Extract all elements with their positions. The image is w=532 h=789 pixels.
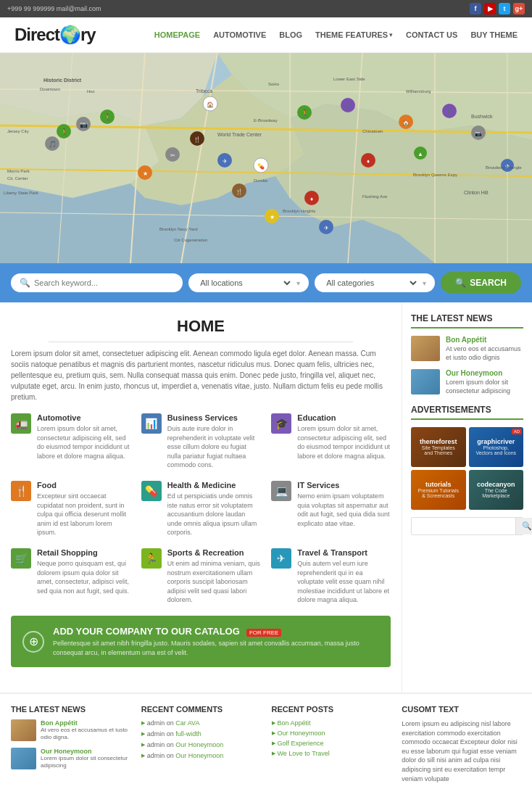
footer-comment-link-1[interactable]: full-width: [175, 730, 201, 738]
footer-recent-comments: RECENT COMMENTS admin on Car AVA admin o…: [141, 705, 261, 783]
news-title-0[interactable]: Bon Appétit: [446, 336, 523, 344]
logo[interactable]: Direct🌍ry: [14, 25, 96, 45]
ad-tutorials[interactable]: tutorials Premium Tutorials& Screencasts: [411, 470, 466, 510]
ad-tf-sub: Site Templatesand Themes: [422, 445, 455, 455]
travel-icon: ✈: [271, 548, 291, 569]
category-sports: 🏃 Sports & Recreation Ut enim ad minima …: [141, 548, 261, 605]
news-thumb-1: [411, 369, 440, 394]
footer-news-link-1[interactable]: Our Honeymoon: [41, 748, 130, 755]
svg-text:🍴: 🍴: [236, 188, 243, 195]
footer-posts-title: RECENT POSTS: [272, 705, 391, 714]
svg-text:★: ★: [143, 170, 148, 177]
twitter-icon[interactable]: t: [499, 3, 510, 15]
main-nav: HOMEPAGE AUTOMOTIVE BLOG THEME FEATURES …: [154, 30, 518, 39]
retail-icon: 🛒: [11, 548, 31, 569]
category-select[interactable]: All categories: [323, 278, 419, 288]
it-title: IT Services: [297, 481, 391, 489]
news-item-0: Bon Appétit At vero eos et accusamus et …: [411, 336, 523, 362]
education-text: Education Lorem ipsum dolor sit amet, co…: [297, 413, 391, 460]
footer-top: THE LATEST NEWS Bon Appétit At vero eos …: [0, 693, 532, 789]
svg-text:★: ★: [270, 214, 275, 220]
search-bar: 🔍 All locations ▾ All categories ▾ 🔍 SEA…: [0, 263, 532, 302]
ad-gr-title: graphicriver: [477, 438, 515, 445]
footer-news-text-0: At vero eos et accusamus et iusto odio d…: [41, 727, 130, 742]
footer-comment-link-3[interactable]: Our Honeymoon: [175, 752, 223, 759]
sports-desc: Ut enim ad minima veniam, quis nostrum e…: [167, 559, 261, 605]
svg-text:Brooklyn Heights: Brooklyn Heights: [283, 209, 315, 213]
add-banner[interactable]: ⊕ ADD YOUR COMPANY TO OUR CATALOG FOR FR…: [11, 616, 391, 667]
chevron-down-icon: ▾: [389, 31, 393, 38]
location-select-wrap: All locations ▾: [188, 273, 309, 292]
category-it: 💻 IT Services Nemo enim ipsam voluptatem…: [271, 481, 391, 537]
footer-post-1[interactable]: Our Honeymoon: [272, 730, 391, 737]
svg-text:Citi Cogeneration: Citi Cogeneration: [174, 238, 207, 242]
sidebar-search-button[interactable]: 🔍: [515, 518, 532, 534]
chevron-down-icon: ▾: [423, 279, 426, 287]
automotive-title: Automotive: [37, 413, 130, 422]
ad-themeforest[interactable]: themeforest Site Templatesand Themes: [411, 427, 466, 467]
footer-comments-title: RECENT COMMENTS: [141, 705, 261, 714]
googleplus-icon[interactable]: g+: [513, 3, 525, 15]
facebook-icon[interactable]: f: [470, 3, 481, 15]
search-icon: 🔍: [20, 278, 30, 288]
footer-news-content-0: Bon Appétit At vero eos et accusamus et …: [41, 719, 130, 742]
footer-custom-title: CUSOMT TEXT: [402, 705, 521, 714]
nav-automotive[interactable]: AUTOMOTIVE: [213, 30, 266, 39]
footer-comment-link-0[interactable]: Car AVA: [175, 719, 199, 727]
nav-homepage[interactable]: HOMEPAGE: [154, 30, 200, 39]
retail-title: Retail Shopping: [37, 548, 130, 557]
footer-post-0[interactable]: Bon Appétit: [272, 719, 391, 727]
search-icon: 🔍: [455, 278, 466, 288]
footer-recent-posts: RECENT POSTS Bon Appétit Our Honeymoon G…: [272, 705, 391, 783]
logo-globe: 🌍: [59, 25, 80, 44]
food-text: Food Excepteur sint occaecat cupidatat n…: [37, 481, 130, 537]
nav-blog[interactable]: BLOG: [279, 30, 302, 39]
svg-text:E-Broadway: E-Broadway: [254, 118, 278, 123]
ad-graphicriver[interactable]: AD graphicriver Photoshop,Vectors and Ic…: [469, 427, 524, 467]
food-desc: Excepteur sint occaecat cupidatat non pr…: [37, 492, 130, 537]
footer-post-3[interactable]: We Love to Travel: [272, 750, 391, 757]
location-select[interactable]: All locations: [197, 278, 293, 288]
add-banner-badge: FOR FREE: [246, 629, 281, 637]
svg-text:Jersey City: Jersey City: [7, 129, 29, 133]
nav-contact[interactable]: CONTACT US: [406, 30, 457, 39]
ad-tu-title: tutorials: [425, 481, 452, 488]
nav-theme-features[interactable]: THEME FEATURES ▾: [315, 30, 393, 39]
svg-text:✂: ✂: [170, 152, 175, 159]
sidebar-search-input[interactable]: [412, 518, 515, 534]
footer-news-link-0[interactable]: Bon Appétit: [41, 719, 130, 727]
chevron-down-icon: ▾: [296, 279, 300, 287]
content-area: HOME Lorem ipsum dolor sit amet, consect…: [0, 302, 402, 693]
news-content-0: Bon Appétit At vero eos et accusamus et …: [446, 336, 523, 362]
health-desc: Ed ut perspiciatis unde omnis iste natus…: [167, 492, 261, 537]
automotive-text: Automotive Lorem ipsum dolor sit amet, c…: [37, 413, 130, 460]
food-icon: 🍴: [11, 481, 31, 501]
ad-cc-title: codecanyon: [477, 481, 515, 488]
svg-text:Morris Park: Morris Park: [7, 169, 30, 173]
sports-icon: 🏃: [141, 548, 162, 569]
nav-theme-features-link[interactable]: THEME FEATURES: [315, 30, 388, 39]
search-button[interactable]: 🔍 SEARCH: [441, 272, 521, 294]
footer-news-item-1: Our Honeymoon Lorem ipsum dolor sit cons…: [11, 748, 130, 770]
ad-codecanyon[interactable]: codecanyon The CodeMarketplace: [469, 470, 524, 510]
food-title: Food: [37, 481, 130, 489]
news-title-1[interactable]: Our Honeymoon: [446, 369, 523, 377]
nav-buy[interactable]: BUY THEME: [470, 30, 518, 39]
footer-post-2[interactable]: Golf Experience: [272, 740, 391, 747]
svg-text:Chinatown: Chinatown: [362, 129, 383, 133]
news-sub-1: Lorem ipsum dolor sit consectetur adipis…: [446, 379, 523, 395]
social-links: f ▶ t g+: [470, 3, 525, 15]
youtube-icon[interactable]: ▶: [484, 3, 496, 15]
home-section: HOME Lorem ipsum dolor sit amet, consect…: [11, 317, 391, 402]
footer-comment-link-2[interactable]: Our Honeymoon: [175, 741, 223, 748]
add-banner-title-row: ADD YOUR COMPANY TO OUR CATALOG FOR FREE: [53, 626, 379, 637]
svg-text:Historic District: Historic District: [43, 78, 82, 83]
footer-comment-0: admin on Car AVA: [141, 719, 261, 727]
svg-text:Downtown: Downtown: [40, 87, 60, 91]
news-sub-0: At vero eos et accusamus et iusto odio d…: [446, 345, 523, 362]
footer-news-item-0: Bon Appétit At vero eos et accusamus et …: [11, 719, 130, 742]
add-banner-text: ADD YOUR COMPANY TO OUR CATALOG FOR FREE…: [53, 626, 379, 657]
svg-text:🎵: 🎵: [446, 108, 453, 115]
keyword-input[interactable]: [34, 278, 174, 287]
category-travel: ✈ Travel & Transport Quis autem vel eum …: [271, 548, 391, 605]
